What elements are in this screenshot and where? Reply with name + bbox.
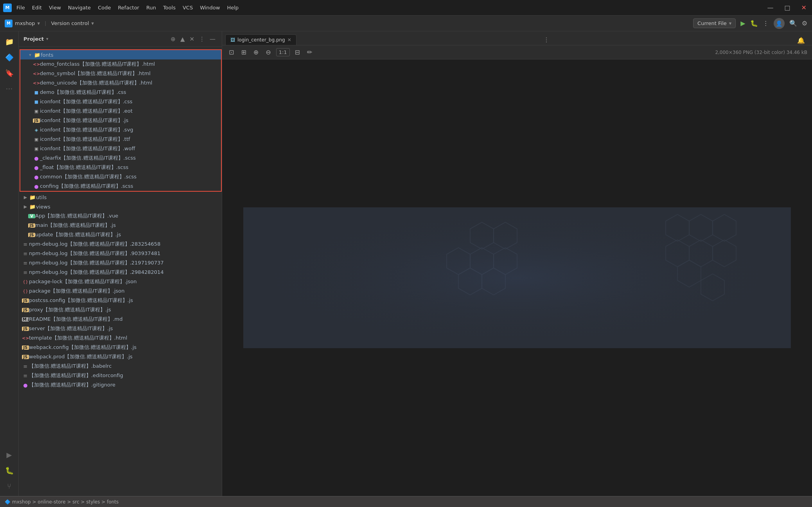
vue-file-icon: V (28, 214, 35, 218)
list-item[interactable]: JS proxy【加微信.赠送精品IT课程】.js (19, 305, 222, 315)
workspace-switcher[interactable]: M mxshop ▾ (5, 20, 40, 27)
run-button[interactable]: ▶ (740, 20, 745, 27)
tree-item-utils[interactable]: ▶ 📁 utils (19, 192, 222, 202)
list-item[interactable]: ▣ iconfont【加微信.赠送精品IT课程】.woff (20, 144, 221, 153)
sidebar-more-btn[interactable]: ⋮ (198, 35, 207, 43)
sidebar-hide-btn[interactable]: — (208, 35, 217, 43)
search-everywhere-btn[interactable]: 🔍 (789, 20, 797, 27)
list-item[interactable]: JS webpack.config【加微信.赠送精品IT课程】.js (19, 343, 222, 352)
svg-rect-16 (243, 207, 791, 348)
tree-item-fonts[interactable]: ▾ 📁 fonts (20, 50, 221, 59)
menu-navigate[interactable]: Navigate (65, 3, 94, 12)
menu-view[interactable]: View (46, 3, 64, 12)
image-info: 2,000×360 PNG (32-bit color) 34.46 kB (715, 50, 807, 55)
list-item[interactable]: ≡ npm-debug.log【加微信.赠送精品IT课程】.2197190737 (19, 258, 222, 268)
list-item[interactable]: JS iconfont【加微信.赠送精品IT课程】.js (20, 116, 221, 125)
list-item[interactable]: {} package【加微信.赠送精品IT课程】.json (19, 286, 222, 296)
menu-code[interactable]: Code (95, 3, 114, 12)
activity-project-btn[interactable]: 📁 (2, 34, 16, 49)
list-item[interactable]: ◈ iconfont【加微信.赠送精品IT课程】.svg (20, 125, 221, 135)
win-maximize-btn[interactable]: □ (782, 3, 792, 12)
menu-edit[interactable]: Edit (29, 3, 45, 12)
list-item[interactable]: JS postcss.config【加微信.赠送精品IT课程】.js (19, 296, 222, 305)
list-item[interactable]: ≡ npm-debug.log【加微信.赠送精品IT课程】.2984282014 (19, 268, 222, 277)
list-item[interactable]: ≡ npm-debug.log【加微信.赠送精品IT课程】.283254658 (19, 239, 222, 249)
app-logo: M (3, 4, 12, 12)
list-item[interactable]: M↓ README【加微信.赠送精品IT课程】.md (19, 315, 222, 324)
list-item[interactable]: JS webpack.prod【加微信.赠送精品IT课程】.js (19, 352, 222, 361)
menu-help[interactable]: Help (224, 3, 242, 12)
title-bar-right: — □ ✕ (765, 3, 809, 12)
menu-window[interactable]: Window (197, 3, 223, 12)
folder-chevron-icon: ▾ (27, 52, 34, 58)
list-item[interactable]: ● _float【加微信.赠送精品IT课程】.scss (20, 163, 221, 172)
sidebar-expand-btn[interactable]: ⊕ (169, 35, 177, 43)
list-item[interactable]: ● 【加微信.赠送精品IT课程】.gitignore (19, 380, 222, 390)
activity-debug-btn[interactable]: 🐛 (2, 463, 16, 477)
list-item[interactable]: ≡ 【加微信.赠送精品IT课程】.babelrc (19, 361, 222, 371)
list-item[interactable]: <> demo_fontclass【加微信.赠送精品IT课程】.html (20, 59, 221, 69)
activity-structure-btn[interactable]: 🔷 (2, 50, 16, 64)
activity-git-btn[interactable]: ⑂ (2, 479, 16, 493)
list-item[interactable]: <> template【加微信.赠送精品IT课程】.html (19, 333, 222, 343)
list-item[interactable]: V App【加微信.赠送精品IT课程】.vue (19, 211, 222, 221)
win-controls: — □ ✕ (765, 3, 809, 12)
list-item[interactable]: <> demo_unicode【加微信.赠送精品IT课程】.html (20, 78, 221, 88)
js-file-icon: JS (28, 223, 35, 228)
editor-tab-image[interactable]: 🖼 login_center_bg.png ✕ (225, 34, 296, 45)
win-close-btn[interactable]: ✕ (799, 3, 809, 12)
tab-more-btn[interactable]: ⋮ (543, 36, 550, 43)
sidebar-close-btn[interactable]: ✕ (188, 35, 196, 43)
actual-size-btn[interactable]: ⊞ (239, 47, 248, 57)
list-item[interactable]: ■ demo【加微信.赠送精品IT课程】.css (20, 88, 221, 97)
current-file-button[interactable]: Current File ▾ (693, 18, 736, 28)
notifications-btn[interactable]: 🔔 (796, 36, 806, 45)
debug-button[interactable]: 🐛 (750, 20, 758, 27)
list-item[interactable]: ■ iconfont【加微信.赠送精品IT课程】.css (20, 97, 221, 106)
activity-bookmarks-btn[interactable]: 🔖 (2, 66, 16, 80)
zoom-out-btn[interactable]: ⊖ (264, 47, 273, 57)
list-item[interactable]: ≡ npm-debug.log【加微信.赠送精品IT课程】.903937481 (19, 249, 222, 258)
settings-btn[interactable]: ⚙ (802, 20, 807, 27)
vcs-button[interactable]: Version control ▾ (51, 20, 94, 26)
txt-file-icon: ≡ (22, 363, 29, 369)
menu-run[interactable]: Run (143, 3, 159, 12)
fit-page-btn[interactable]: ⊡ (227, 47, 236, 57)
list-item[interactable]: JS main【加微信.赠送精品IT课程】.js (19, 221, 222, 230)
zoom-in-btn[interactable]: ⊕ (252, 47, 260, 57)
tree-item-views[interactable]: ▶ 📁 views (19, 202, 222, 211)
list-item[interactable]: ● confing【加微信.赠送精品IT课程】.scss (20, 182, 221, 191)
user-avatar[interactable]: 👤 (774, 18, 785, 29)
list-item[interactable]: ▣ iconfont【加微信.赠送精品IT课程】.ttf (20, 135, 221, 144)
current-file-chevron: ▾ (729, 20, 732, 26)
list-item[interactable]: <> demo_symbol【加微信.赠送精品IT课程】.html (20, 69, 221, 78)
tree-item-label: iconfont【加微信.赠送精品IT课程】.ttf (40, 136, 218, 143)
list-item[interactable]: ● common【加微信.赠送精品IT课程】.scss (20, 172, 221, 182)
more-actions-button[interactable]: ⋮ (763, 20, 769, 27)
vcs-chevron: ▾ (92, 20, 94, 26)
svg-file-icon: ◈ (33, 128, 40, 133)
activity-more-btn[interactable]: ⋯ (2, 81, 16, 95)
workspace-icon: 🔷 (5, 499, 11, 505)
list-item[interactable]: {} package-lock【加微信.赠送精品IT课程】.json (19, 277, 222, 286)
list-item[interactable]: JS server【加微信.赠送精品IT课程】.js (19, 324, 222, 333)
menu-tools[interactable]: Tools (160, 3, 179, 12)
color-picker-btn[interactable]: ✏ (305, 47, 314, 57)
status-workspace[interactable]: 🔷 mxshop > online-store > src > styles >… (5, 499, 119, 505)
menu-file[interactable]: File (13, 3, 28, 12)
tree-item-label: 【加微信.赠送精品IT课程】.gitignore (29, 381, 219, 388)
editor-tab-bar: 🖼 login_center_bg.png ✕ ⋮ 🔔 (222, 31, 812, 45)
scss-file-icon: ● (33, 155, 40, 161)
zoom-fit-btn[interactable]: ⊟ (293, 47, 302, 57)
activity-run-btn[interactable]: ▶ (2, 448, 16, 462)
sidebar-collapse-btn[interactable]: ▲ (179, 35, 187, 43)
list-item[interactable]: ● _clearfix【加微信.赠送精品IT课程】.scss (20, 153, 221, 163)
menu-vcs[interactable]: VCS (180, 3, 196, 12)
win-minimize-btn[interactable]: — (765, 3, 776, 12)
menu-refactor[interactable]: Refactor (115, 3, 142, 12)
list-item[interactable]: ≡ 【加微信.赠送精品IT课程】.editorconfig (19, 371, 222, 380)
tab-close-btn[interactable]: ✕ (287, 37, 291, 43)
tree-item-label: demo_unicode【加微信.赠送精品IT课程】.html (40, 79, 218, 86)
list-item[interactable]: ▣ iconfont【加微信.赠送精品IT课程】.eot (20, 106, 221, 116)
list-item[interactable]: JS update【加微信.赠送精品IT课程】.js (19, 230, 222, 239)
